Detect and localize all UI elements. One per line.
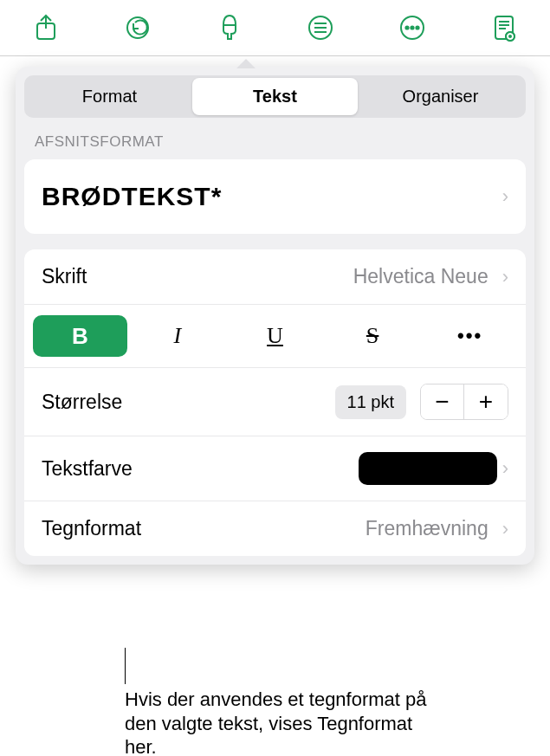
tab-organize[interactable]: Organiser (358, 78, 523, 115)
character-style-value: Fremhævning (366, 517, 489, 540)
text-color-row[interactable]: Tekstfarve › (24, 436, 526, 501)
undo-icon (124, 14, 152, 42)
paragraph-style-name: BRØDTEKST* (42, 182, 222, 211)
tab-format[interactable]: Format (27, 78, 192, 115)
document-icon (491, 13, 517, 42)
share-button[interactable] (25, 10, 67, 45)
font-card: Skrift Helvetica Neue › B I U S ••• Stør… (24, 249, 526, 556)
text-color-label: Tekstfarve (42, 457, 133, 481)
size-decrease-button[interactable]: − (421, 384, 464, 419)
callout-leader-line (125, 648, 126, 684)
font-row[interactable]: Skrift Helvetica Neue › (24, 249, 526, 305)
svg-point-4 (406, 26, 409, 29)
format-brush-button[interactable] (209, 10, 250, 45)
bold-button[interactable]: B (33, 315, 127, 357)
share-icon (34, 13, 58, 42)
size-value[interactable]: 11 pkt (335, 385, 406, 419)
size-increase-button[interactable]: + (464, 384, 508, 419)
chevron-right-icon: › (502, 518, 508, 540)
color-swatch[interactable] (359, 452, 497, 485)
svg-point-10 (508, 35, 512, 38)
brush-icon (217, 13, 243, 42)
font-value: Helvetica Neue (353, 265, 489, 288)
strikethrough-button[interactable]: S (326, 315, 420, 357)
inspector-tabs: Format Tekst Organiser (24, 75, 526, 118)
character-style-row[interactable]: Tegnformat Fremhævning › (24, 501, 526, 556)
size-label: Størrelse (42, 391, 122, 414)
svg-point-6 (417, 26, 419, 29)
font-label: Skrift (42, 265, 87, 288)
text-format-row: B I U S ••• (24, 305, 526, 368)
undo-button[interactable] (117, 10, 159, 45)
section-label-paragraph: AFSNITSFORMAT (35, 133, 515, 151)
character-style-label: Tegnformat (42, 517, 141, 540)
callout-text: Hvis der anvendes et tegnformat på den v… (125, 688, 437, 756)
italic-button[interactable]: I (131, 315, 225, 357)
size-stepper: − + (420, 384, 508, 420)
list-icon (307, 14, 334, 42)
svg-point-5 (411, 26, 414, 29)
more-formatting-button[interactable]: ••• (423, 315, 517, 357)
chevron-right-icon: › (502, 266, 508, 288)
inspector-panel: Format Tekst Organiser AFSNITSFORMAT BRØ… (16, 67, 534, 565)
document-button[interactable] (483, 10, 525, 45)
chevron-right-icon: › (502, 185, 508, 208)
paragraph-style-row[interactable]: BRØDTEKST* › (24, 159, 526, 234)
insert-button[interactable] (300, 10, 341, 45)
chevron-right-icon: › (502, 457, 508, 480)
top-toolbar (0, 0, 550, 56)
paragraph-style-card: BRØDTEKST* › (24, 159, 526, 234)
more-button[interactable] (391, 10, 433, 45)
tab-text[interactable]: Tekst (192, 78, 358, 115)
size-row: Størrelse 11 pkt − + (24, 368, 526, 436)
underline-button[interactable]: U (228, 315, 322, 357)
more-icon (398, 14, 426, 42)
